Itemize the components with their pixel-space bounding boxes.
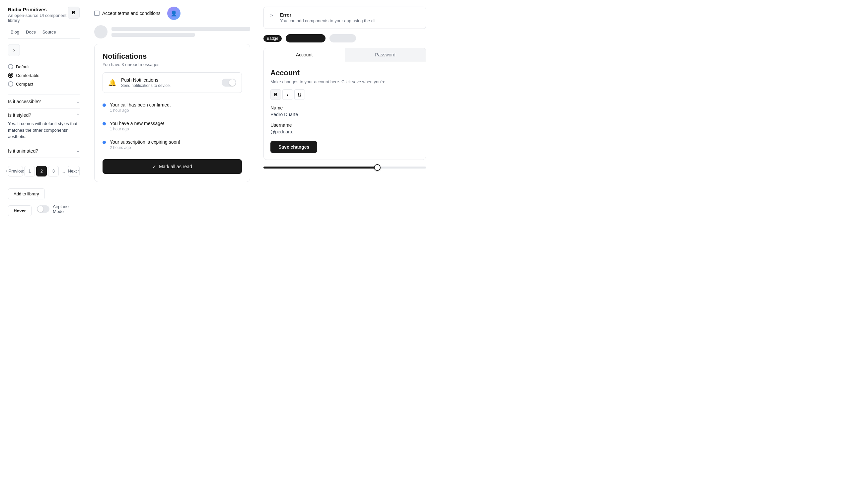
accordion-item-1: Is it styled? ⌃ Yes. It comes with defau… bbox=[8, 108, 80, 144]
nav-links: Blog Docs Source bbox=[8, 28, 80, 39]
radio-default[interactable]: Default bbox=[8, 64, 80, 69]
notif-text-1: You have a new message! bbox=[110, 121, 164, 126]
pill-light bbox=[330, 34, 356, 42]
italic-button[interactable]: I bbox=[282, 89, 293, 100]
tab-password[interactable]: Password bbox=[345, 48, 426, 62]
accordion-content-1: Yes. It comes with default styles that m… bbox=[8, 121, 80, 140]
skeleton-line-2 bbox=[112, 33, 195, 37]
hover-button[interactable]: Hover bbox=[8, 205, 32, 216]
tab-account[interactable]: Account bbox=[264, 48, 345, 62]
notification-item-0: Your call has been confirmed. 1 hour ago bbox=[102, 98, 242, 117]
notifications-card: Notifications You have 3 unread messages… bbox=[94, 44, 250, 182]
notification-item-2: Your subscription is expiring soon! 2 ho… bbox=[102, 135, 242, 154]
error-title: Error bbox=[280, 12, 377, 18]
bold-button[interactable]: B bbox=[271, 89, 281, 100]
unread-dot-2 bbox=[102, 141, 106, 144]
airplane-mode-label: Airplane Mode bbox=[53, 204, 80, 214]
notif-text-2: Your subscription is expiring soon! bbox=[110, 139, 180, 144]
push-desc: Send notifications to device. bbox=[121, 83, 217, 88]
notifications-title: Notifications bbox=[102, 52, 242, 61]
account-description: Make changes to your account here. Click… bbox=[271, 78, 419, 85]
radio-comfortable[interactable]: Comfortable bbox=[8, 73, 80, 78]
chevron-down-icon-0: ⌄ bbox=[76, 99, 80, 104]
name-label: Name bbox=[271, 105, 419, 110]
notif-time-0: 1 hour ago bbox=[110, 108, 171, 113]
accordion: Is it accessible? ⌄ Is it styled? ⌃ Yes.… bbox=[8, 95, 80, 158]
right-column: >_ Error You can add components to your … bbox=[257, 7, 426, 216]
notif-text-0: Your call has been confirmed. bbox=[110, 102, 171, 107]
radio-circle-compact bbox=[8, 81, 13, 87]
avatar: 👤 bbox=[167, 7, 181, 20]
airplane-mode-toggle[interactable] bbox=[37, 205, 50, 213]
push-toggle-thumb bbox=[229, 79, 236, 86]
push-label: Push Notifications bbox=[121, 77, 217, 83]
pill-dark bbox=[286, 34, 326, 42]
notif-time-2: 2 hours ago bbox=[110, 145, 180, 150]
page-1-button[interactable]: 1 bbox=[24, 166, 35, 176]
nav-source[interactable]: Source bbox=[40, 28, 59, 36]
error-callout: >_ Error You can add components to your … bbox=[264, 7, 426, 29]
skeleton-block bbox=[94, 25, 250, 38]
b-button[interactable]: B bbox=[68, 7, 80, 19]
nav-docs[interactable]: Docs bbox=[23, 28, 38, 36]
bell-icon: 🔔 bbox=[108, 78, 117, 87]
chevron-down-icon-2: ⌄ bbox=[76, 149, 80, 153]
radio-group: Default Comfortable Compact bbox=[8, 64, 80, 87]
check-icon: ✓ bbox=[152, 164, 156, 169]
notification-item-1: You have a new message! 1 hour ago bbox=[102, 117, 242, 135]
chevron-left-icon: ‹ bbox=[6, 168, 7, 173]
badge: Badge bbox=[264, 35, 282, 42]
nav-blog[interactable]: Blog bbox=[8, 28, 22, 36]
page-3-button[interactable]: 3 bbox=[48, 166, 59, 176]
skeleton-line-1 bbox=[112, 27, 250, 31]
accordion-header-0[interactable]: Is it accessible? ⌄ bbox=[8, 99, 80, 104]
error-description: You can add components to your app using… bbox=[280, 18, 377, 23]
pagination: ‹ Previous 1 2 3 ... Next › bbox=[8, 166, 80, 176]
radio-circle-default bbox=[8, 64, 13, 69]
accordion-header-2[interactable]: Is it animated? ⌄ bbox=[8, 148, 80, 154]
unread-dot-0 bbox=[102, 103, 106, 107]
accordion-item-2: Is it animated? ⌄ bbox=[8, 144, 80, 158]
underline-button[interactable]: U bbox=[294, 89, 305, 100]
radio-compact[interactable]: Compact bbox=[8, 81, 80, 87]
tab-bar: Account Password bbox=[264, 48, 426, 62]
text-toolbar: B I U bbox=[271, 89, 419, 100]
page-2-button[interactable]: 2 bbox=[36, 166, 47, 176]
save-changes-button[interactable]: Save changes bbox=[271, 141, 317, 153]
add-to-library-button[interactable]: Add to library bbox=[8, 188, 45, 199]
account-body: Account Make changes to your account her… bbox=[264, 62, 426, 160]
radio-circle-comfortable bbox=[8, 73, 13, 78]
terms-label: Accept terms and conditions bbox=[102, 11, 161, 16]
skeleton-lines bbox=[112, 27, 250, 37]
notifications-list: Your call has been confirmed. 1 hour ago… bbox=[102, 98, 242, 154]
accordion-item-0: Is it accessible? ⌄ bbox=[8, 95, 80, 108]
unread-dot-1 bbox=[102, 122, 106, 125]
username-label: Username bbox=[271, 122, 419, 128]
mark-all-read-button[interactable]: ✓ Mark all as read bbox=[102, 159, 242, 174]
name-value: Pedro Duarte bbox=[271, 112, 419, 117]
chevron-right-icon: › bbox=[78, 168, 79, 173]
toggle-thumb bbox=[37, 206, 43, 212]
username-value: @peduarte bbox=[271, 129, 419, 134]
left-column: Radix Primitives An open-source UI compo… bbox=[8, 7, 88, 216]
slider-fill bbox=[264, 166, 377, 168]
slider-thumb[interactable] bbox=[374, 164, 380, 171]
terms-checkbox[interactable] bbox=[94, 11, 99, 16]
badge-row: Badge bbox=[264, 34, 426, 42]
pagination-dots: ... bbox=[60, 168, 66, 173]
previous-button[interactable]: ‹ Previous bbox=[8, 166, 23, 176]
next-button[interactable]: Next › bbox=[68, 166, 80, 176]
name-field: Name Pedro Duarte bbox=[271, 105, 419, 117]
accordion-header-1[interactable]: Is it styled? ⌃ bbox=[8, 112, 80, 118]
push-toggle[interactable] bbox=[222, 78, 236, 87]
slider-track bbox=[264, 166, 426, 168]
push-notifications-box: 🔔 Push Notifications Send notifications … bbox=[102, 72, 242, 93]
radio-dot-comfortable bbox=[9, 74, 12, 77]
skeleton-circle bbox=[94, 25, 107, 38]
middle-column: Accept terms and conditions 👤 Notificati… bbox=[88, 7, 257, 216]
notifications-subtitle: You have 3 unread messages. bbox=[102, 62, 242, 67]
account-heading: Account bbox=[271, 69, 419, 77]
checkbox-row: Accept terms and conditions bbox=[94, 11, 161, 16]
expand-button[interactable]: › bbox=[8, 44, 20, 56]
notif-time-1: 1 hour ago bbox=[110, 127, 164, 131]
